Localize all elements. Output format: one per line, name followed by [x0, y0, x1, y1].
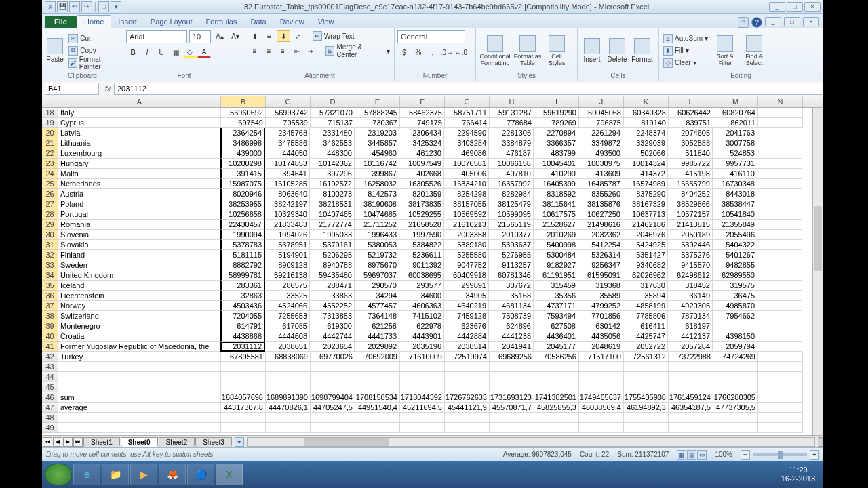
cell[interactable]: 44705247,5	[311, 403, 355, 413]
tab-file[interactable]: File	[45, 16, 77, 28]
cell[interactable]: 4442884	[444, 331, 489, 342]
cell[interactable]: 46354187,5	[669, 403, 713, 413]
cell[interactable]: 5236611	[399, 250, 444, 260]
align-left-icon[interactable]: ≡	[248, 45, 262, 57]
decrease-indent-icon[interactable]: ⇤	[290, 45, 304, 57]
tab-view[interactable]: View	[311, 16, 341, 28]
cell[interactable]: 4681134	[489, 301, 534, 311]
select-all-corner[interactable]	[42, 96, 58, 107]
column-header-N[interactable]: N	[758, 96, 803, 107]
cell[interactable]: 2048619	[578, 342, 623, 352]
cell[interactable]	[758, 372, 803, 382]
cell[interactable]: 2010377	[489, 230, 534, 240]
cell[interactable]: 5194901	[265, 250, 310, 260]
cell[interactable]: 4398150	[713, 331, 757, 342]
cell[interactable]	[221, 413, 266, 423]
cell[interactable]: 9047752	[444, 260, 489, 270]
grow-font-icon[interactable]: A▴	[213, 30, 226, 42]
paste-button[interactable]: Paste	[45, 33, 65, 69]
cell[interactable]: 10529255	[399, 209, 444, 220]
spreadsheet-grid[interactable]: ABCDEFGHIJKLMN 18Italy569606925699374257…	[42, 96, 823, 435]
cell[interactable]	[311, 413, 355, 423]
cell[interactable]: 778684	[490, 118, 534, 128]
cell[interactable]: 8020946	[220, 189, 265, 199]
cell[interactable]: 5375276	[668, 250, 713, 260]
cell[interactable]: 8882792	[220, 260, 265, 270]
cell[interactable]	[757, 240, 802, 250]
cell[interactable]: 1718044392	[400, 392, 445, 403]
cell[interactable]: Poland	[58, 199, 221, 209]
cell[interactable]: 38125479	[489, 199, 534, 209]
cell[interactable]: 61595091	[578, 270, 623, 281]
cell[interactable]: 414372	[623, 169, 668, 179]
shrink-font-icon[interactable]: A▾	[229, 30, 242, 42]
cell[interactable]	[266, 382, 311, 392]
cell[interactable]: 9415570	[668, 260, 713, 270]
sheet-nav-button[interactable]: ⏮	[43, 437, 52, 447]
cell[interactable]: 2074605	[668, 128, 713, 138]
cell[interactable]	[400, 413, 445, 423]
cell[interactable]: 36475	[713, 291, 757, 301]
cell[interactable]: 3486998	[220, 138, 265, 148]
cell[interactable]: 58751711	[445, 108, 490, 118]
cell[interactable]: 10030975	[578, 159, 623, 169]
cell[interactable]: 8940788	[310, 260, 355, 270]
redo-icon[interactable]: ↷	[81, 1, 92, 12]
cell[interactable]	[355, 423, 400, 433]
cell[interactable]: 766414	[445, 118, 490, 128]
cell[interactable]: 8404252	[668, 189, 713, 199]
cell[interactable]: 5380053	[355, 240, 399, 250]
increase-indent-icon[interactable]: ⇥	[304, 45, 317, 57]
cell[interactable]: 730367	[355, 118, 400, 128]
row-header[interactable]: 20	[42, 128, 58, 138]
cell[interactable]: 10617575	[534, 209, 578, 220]
column-header-J[interactable]: J	[579, 96, 624, 107]
cell[interactable]: 402668	[399, 169, 444, 179]
cell[interactable]: 38115641	[534, 199, 578, 209]
merge-center-button[interactable]: ⊞Merge & Center▾	[324, 45, 391, 56]
cell[interactable]: 21498616	[578, 220, 623, 230]
row-header[interactable]: 18	[42, 108, 58, 118]
taskbar-ie-icon[interactable]: e	[73, 464, 100, 485]
cell[interactable]: 35589	[578, 291, 623, 301]
cell[interactable]	[355, 372, 400, 382]
cell[interactable]: 8443018	[713, 189, 757, 199]
cell[interactable]: 4412137	[668, 331, 713, 342]
cell[interactable]	[757, 128, 802, 138]
cell[interactable]: 21528627	[534, 220, 578, 230]
cell[interactable]: Iceland	[58, 281, 221, 291]
cell[interactable]: 4577457	[355, 301, 399, 311]
fx-icon[interactable]: fx	[102, 85, 114, 93]
align-center-icon[interactable]: ≡	[262, 45, 276, 57]
cell[interactable]: 7415102	[399, 311, 444, 321]
cell[interactable]: Latvia	[58, 128, 221, 138]
cell[interactable]: 2041941	[489, 342, 534, 352]
cell[interactable]: 4438868	[220, 331, 265, 342]
cell[interactable]: 7785806	[623, 311, 668, 321]
cell[interactable]	[757, 281, 802, 291]
cell[interactable]: 60045068	[579, 108, 624, 118]
cell[interactable]: 622978	[399, 321, 444, 331]
cell[interactable]	[624, 413, 669, 423]
cell[interactable]: 319575	[713, 281, 757, 291]
cell[interactable]: 10066158	[489, 159, 534, 169]
tab-page-layout[interactable]: Page Layout	[144, 16, 199, 28]
cell[interactable]: 8282984	[489, 189, 534, 199]
cell[interactable]	[757, 301, 802, 311]
font-name-select[interactable]: Arial	[126, 30, 187, 43]
row-header[interactable]: 42	[42, 352, 58, 362]
cell[interactable]: 439000	[220, 148, 265, 159]
cell[interactable]	[757, 270, 802, 281]
cell[interactable]: 3007758	[713, 138, 757, 148]
taskbar-chrome-icon[interactable]: 🔵	[187, 464, 214, 485]
row-header[interactable]: 32	[42, 250, 58, 260]
cell[interactable]: 21658528	[399, 220, 444, 230]
increase-decimal-icon[interactable]: .0→	[440, 46, 454, 58]
cell[interactable]	[713, 372, 758, 382]
cell[interactable]: 44317307,8	[221, 403, 266, 413]
cell[interactable]: average	[58, 403, 221, 413]
clear-button[interactable]: ◇Clear▾	[662, 58, 709, 68]
cell[interactable]	[311, 372, 355, 382]
cell[interactable]: 4737171	[534, 301, 578, 311]
cell[interactable]: 21413815	[668, 220, 713, 230]
